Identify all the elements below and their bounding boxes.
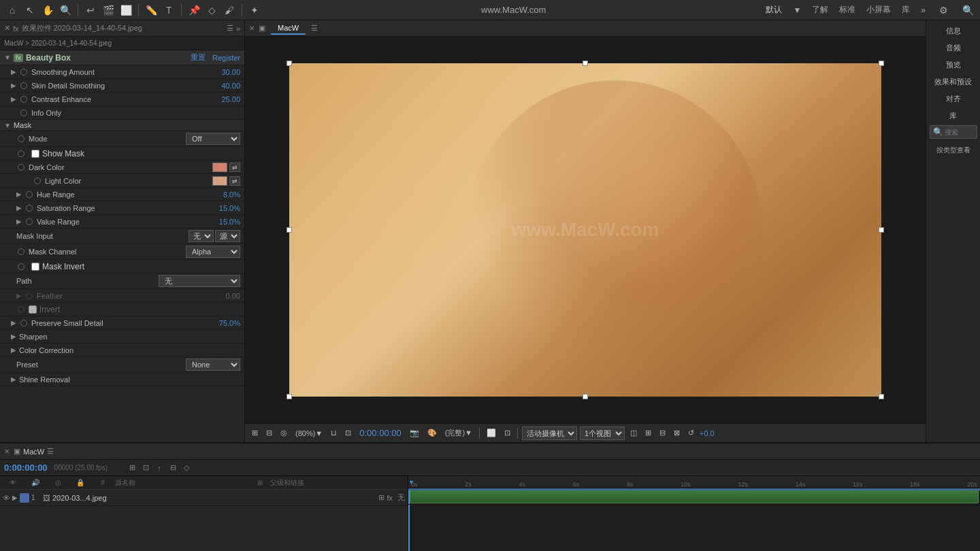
text-icon[interactable]: T xyxy=(162,3,176,17)
panel-align[interactable]: 对齐 xyxy=(930,91,977,107)
brush-icon[interactable]: 🖌 xyxy=(223,3,236,17)
timeline-tab-label[interactable]: MacW xyxy=(23,448,44,456)
layer-switch-icon[interactable]: ⊞ xyxy=(378,493,385,502)
quality-btn[interactable]: (完整)▼ xyxy=(442,427,475,439)
skin-expand[interactable]: ▶ xyxy=(11,82,19,89)
pin-icon[interactable]: 📌 xyxy=(187,3,201,17)
hue-expand[interactable]: ▶ xyxy=(16,190,24,198)
mask-invert-checkbox[interactable] xyxy=(31,263,39,271)
panel-preview[interactable]: 预览 xyxy=(930,57,977,73)
3d-btn[interactable]: ⊠ xyxy=(671,428,683,438)
timeline-timecode[interactable]: 0:00:00:00 xyxy=(4,463,48,473)
tab-menu[interactable]: ☰ xyxy=(311,24,318,33)
effect-expand-arrow[interactable]: ▼ xyxy=(4,54,11,61)
select-icon[interactable]: ↖ xyxy=(23,3,37,17)
layer-clip[interactable] xyxy=(410,490,979,503)
fullscreen-btn[interactable]: ⬜ xyxy=(484,428,499,438)
nav-standard[interactable]: 标准 xyxy=(839,4,855,16)
panel-audio[interactable]: 音频 xyxy=(930,40,977,56)
nav-info[interactable]: ▼ xyxy=(793,5,801,15)
shine-expand[interactable]: ▶ xyxy=(11,375,19,383)
mask-input-source[interactable]: 源 xyxy=(215,230,240,242)
val-value[interactable]: 15.0% xyxy=(219,218,240,226)
smoothing-amount-value[interactable]: 30.00 xyxy=(221,68,240,76)
home-icon[interactable]: ⌂ xyxy=(5,3,19,17)
show-mask-checkbox[interactable] xyxy=(31,150,39,158)
layer-parent[interactable]: 无 xyxy=(397,492,405,503)
val-expand[interactable]: ▶ xyxy=(16,218,24,225)
color-correction-expand[interactable]: ▶ xyxy=(11,346,19,354)
light-color-arrow[interactable]: ⇄ xyxy=(229,176,240,186)
layer-eye[interactable]: 👁 xyxy=(3,494,10,502)
nav-expand[interactable]: » xyxy=(921,5,926,15)
mask-input-select[interactable]: 无 xyxy=(189,230,214,242)
timeline-tab-menu[interactable]: ☰ xyxy=(47,447,54,456)
tl-snap-btn[interactable]: ⊞ xyxy=(127,463,137,473)
search-icon[interactable]: 🔍 xyxy=(961,3,975,17)
contrast-value[interactable]: 25.00 xyxy=(221,95,240,103)
overlay-btn[interactable]: ◫ xyxy=(627,428,640,438)
handle-bl[interactable] xyxy=(287,394,292,399)
panel-effects[interactable]: 效果和预设 xyxy=(930,74,977,90)
mask-channel-select[interactable]: Alpha xyxy=(186,246,240,258)
light-color-swatch[interactable] xyxy=(212,176,227,186)
shape-icon[interactable]: ◇ xyxy=(205,3,218,17)
camera-select[interactable]: 活动摄像机 xyxy=(522,427,577,440)
layer-fx-icon[interactable]: fx xyxy=(387,494,393,502)
view-count-select[interactable]: 1个视图 xyxy=(580,427,625,440)
register-link[interactable]: Register xyxy=(212,54,240,62)
nav-learn[interactable]: 了解 xyxy=(812,4,828,16)
handle-ml[interactable] xyxy=(287,227,292,233)
smoothing-expand[interactable]: ▶ xyxy=(11,68,19,76)
settings-icon[interactable]: ⚙ xyxy=(936,3,950,17)
preview-image[interactable]: www.MacW.com xyxy=(289,63,881,397)
tl-lift-btn[interactable]: ↑ xyxy=(154,463,165,473)
snapshot-btn[interactable]: 📷 xyxy=(407,428,422,438)
pen-icon[interactable]: ✏️ xyxy=(144,3,158,17)
panel-library[interactable]: 库 xyxy=(930,108,977,124)
camera-icon[interactable]: 🎬 xyxy=(101,3,115,17)
sat-value[interactable]: 15.0% xyxy=(219,204,240,212)
contrast-expand[interactable]: ▶ xyxy=(11,95,19,103)
comp-btn[interactable]: ⊞ xyxy=(642,428,654,438)
close-button[interactable]: ✕ xyxy=(4,24,10,33)
preserve-value[interactable]: 75.0% xyxy=(219,319,240,327)
layer-name[interactable]: 2020-03...4.jpeg xyxy=(52,494,376,502)
fit-view-btn[interactable]: ⊞ xyxy=(249,428,261,438)
tl-extract-btn[interactable]: ⊟ xyxy=(167,463,178,473)
motion-blur-btn[interactable]: ↺ xyxy=(685,428,697,438)
dark-color-swatch[interactable] xyxy=(212,163,227,172)
mask-section-header[interactable]: ▼ Mask xyxy=(0,120,244,131)
handle-tr[interactable] xyxy=(879,61,884,66)
tl-marker-btn[interactable]: ◇ xyxy=(181,463,192,473)
preset-select[interactable]: None xyxy=(186,358,240,371)
feather-expand[interactable]: ▶ xyxy=(16,292,24,299)
path-select[interactable]: 无 xyxy=(159,275,240,287)
color-btn[interactable]: 🎨 xyxy=(425,428,440,438)
tl-ripple-btn[interactable]: ⊡ xyxy=(140,463,151,473)
handle-tm[interactable] xyxy=(583,61,588,66)
nav-small[interactable]: 小屏幕 xyxy=(866,4,891,16)
handle-br[interactable] xyxy=(879,394,884,399)
nav-library[interactable]: 库 xyxy=(902,4,910,16)
sat-expand[interactable]: ▶ xyxy=(16,204,24,212)
handle-tl[interactable] xyxy=(287,61,292,66)
panel-menu[interactable]: ☰ xyxy=(227,24,233,33)
zoom-select-btn[interactable]: (80%)▼ xyxy=(293,429,325,438)
preview-tab-close[interactable]: ✕ xyxy=(249,24,255,32)
panel-info[interactable]: 信息 xyxy=(930,23,977,39)
view-opts-btn[interactable]: ⊡ xyxy=(342,428,354,438)
undo-icon[interactable]: ↩ xyxy=(84,3,97,17)
sharpen-expand[interactable]: ▶ xyxy=(11,333,19,340)
region-btn[interactable]: ⊡ xyxy=(502,428,513,438)
display-btn[interactable]: ⊟ xyxy=(657,428,668,438)
reset-link[interactable]: 重置 xyxy=(191,52,206,63)
hue-value[interactable]: 8.0% xyxy=(223,190,240,199)
region-icon[interactable]: ⬜ xyxy=(119,3,133,17)
nav-default[interactable]: 默认 xyxy=(766,4,782,16)
layer-expand[interactable]: ▶ xyxy=(12,494,18,501)
skin-detail-value[interactable]: 40.00 xyxy=(221,82,240,90)
mode-select[interactable]: Off On xyxy=(186,133,240,145)
preview-tab-macw[interactable]: MacW xyxy=(271,22,306,35)
invert-checkbox[interactable] xyxy=(29,305,37,314)
